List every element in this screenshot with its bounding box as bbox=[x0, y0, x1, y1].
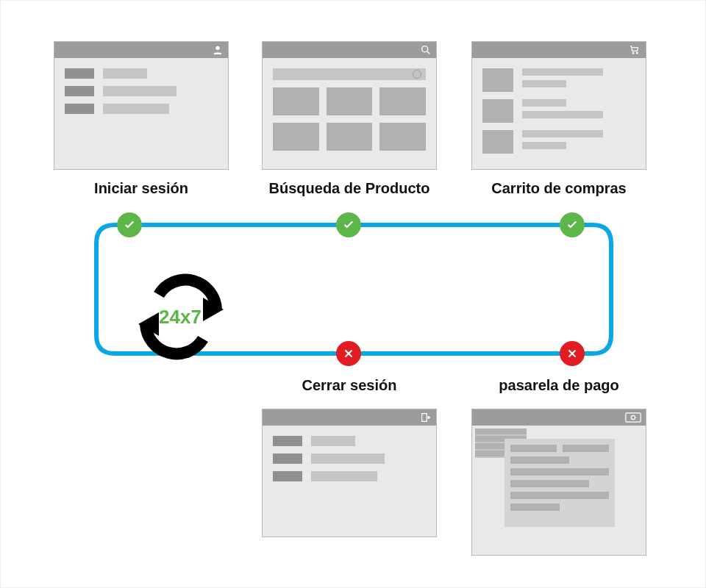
diagram-stage: Iniciar sesión Búsqueda de Producto Carr… bbox=[1, 1, 705, 587]
cart-window-body bbox=[472, 58, 646, 164]
logout-label: Cerrar sesión bbox=[262, 377, 437, 394]
svg-point-3 bbox=[632, 52, 634, 54]
check-icon bbox=[342, 218, 355, 232]
search-status-badge bbox=[336, 212, 361, 237]
login-window-body bbox=[54, 58, 228, 124]
search-icon bbox=[420, 44, 432, 56]
list-item bbox=[273, 453, 426, 464]
result-cell bbox=[273, 123, 319, 151]
svg-point-0 bbox=[215, 46, 219, 50]
result-cell bbox=[327, 123, 373, 151]
payment-label: pasarela de pago bbox=[471, 377, 646, 394]
login-window bbox=[54, 41, 229, 170]
x-icon bbox=[342, 347, 355, 360]
login-status-badge bbox=[117, 212, 142, 237]
payment-window bbox=[471, 409, 646, 556]
x-icon bbox=[566, 347, 579, 360]
searchbar-placeholder bbox=[273, 68, 426, 80]
list-item bbox=[65, 86, 218, 96]
check-icon bbox=[566, 218, 579, 232]
search-window-body bbox=[263, 58, 436, 161]
result-cell bbox=[327, 87, 373, 115]
cycle-label: 24x7 bbox=[159, 306, 202, 329]
list-item bbox=[273, 436, 426, 446]
payment-form bbox=[504, 439, 615, 527]
search-window bbox=[262, 41, 437, 170]
login-label: Iniciar sesión bbox=[54, 180, 229, 197]
payment-window-titlebar bbox=[472, 409, 646, 426]
user-icon bbox=[212, 44, 224, 56]
cart-status-badge bbox=[560, 212, 585, 237]
payment-status-badge bbox=[560, 341, 585, 366]
cart-label: Carrito de compras bbox=[471, 180, 646, 197]
logout-status-badge bbox=[336, 341, 361, 366]
cart-window bbox=[471, 41, 646, 170]
svg-point-4 bbox=[636, 52, 638, 54]
login-window-titlebar bbox=[54, 42, 228, 58]
result-grid bbox=[273, 87, 426, 151]
search-window-titlebar bbox=[263, 42, 436, 58]
logout-window-body bbox=[263, 426, 436, 492]
result-cell bbox=[379, 123, 426, 151]
search-label: Búsqueda de Producto bbox=[262, 180, 437, 197]
svg-rect-7 bbox=[422, 414, 427, 422]
svg-point-9 bbox=[631, 415, 635, 419]
money-icon bbox=[625, 412, 641, 423]
result-cell bbox=[379, 87, 426, 115]
result-cell bbox=[273, 87, 319, 115]
svg-rect-8 bbox=[626, 413, 641, 422]
logout-window-titlebar bbox=[263, 409, 436, 426]
cart-item bbox=[482, 68, 635, 92]
cart-window-titlebar bbox=[472, 42, 646, 58]
cart-item bbox=[482, 99, 635, 123]
payment-window-body bbox=[472, 426, 646, 528]
svg-line-2 bbox=[427, 51, 429, 54]
logout-icon bbox=[420, 412, 432, 423]
list-item bbox=[65, 104, 218, 114]
cart-item bbox=[482, 130, 635, 154]
list-item bbox=[65, 68, 218, 79]
list-item bbox=[273, 471, 426, 481]
svg-point-1 bbox=[422, 46, 428, 52]
cart-icon bbox=[628, 44, 641, 56]
logout-window bbox=[262, 409, 437, 537]
check-icon bbox=[123, 218, 136, 232]
